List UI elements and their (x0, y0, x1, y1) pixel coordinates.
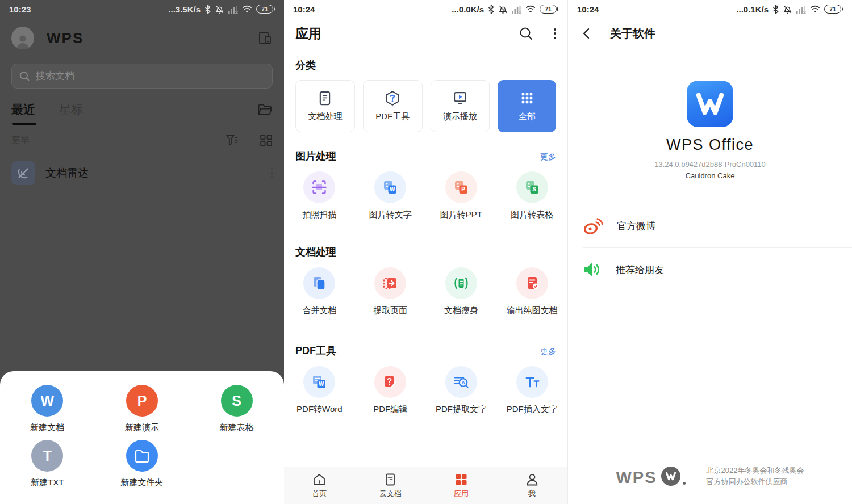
status-bar: 10:24 ...0.1K/s 71 (568, 0, 852, 18)
more-link[interactable]: 更多 (540, 347, 556, 357)
pdf-edit-icon (382, 373, 399, 390)
wps-footer-brand: WPS (616, 467, 686, 486)
monitor-play-icon (452, 90, 468, 106)
bluetooth-icon (488, 5, 494, 14)
category-section-label: 分类 (295, 58, 556, 72)
status-time: 10:23 (9, 5, 31, 14)
header-divider (284, 49, 567, 49)
new-folder-button[interactable]: 新建文件夹 (120, 440, 163, 488)
feature-pure-image-doc[interactable]: 输出纯图文档 (496, 267, 567, 316)
search-bar[interactable] (11, 64, 273, 89)
pdf-insert-text-icon (524, 373, 541, 390)
tab-starred[interactable]: 星标 (59, 102, 83, 117)
mute-bell-icon (215, 5, 224, 14)
nav-apps[interactable]: 应用 (426, 467, 497, 504)
more-link[interactable]: 更多 (540, 152, 556, 162)
image-to-excel-icon: S (524, 179, 541, 196)
feature-pdf-edit[interactable]: PDF编辑 (355, 366, 426, 415)
image-to-ppt-icon: P (453, 179, 470, 196)
nav-me[interactable]: 我 (496, 467, 567, 504)
feature-image-to-ppt[interactable]: P 图片转PPT (426, 171, 497, 220)
new-presentation-button[interactable]: P 新建演示 (125, 385, 159, 433)
wps-three-screens: 10:23 ...3.5K/s 71 WPS 最近 星标 (0, 0, 852, 504)
section-divider (295, 331, 556, 331)
scan-icon (311, 179, 328, 196)
status-bar: 10:24 ...0.0K/s 71 (284, 0, 567, 18)
merge-doc-icon (311, 275, 328, 292)
grid-view-icon[interactable] (260, 134, 273, 147)
section-header-image: 图片处理 更多 (295, 149, 556, 163)
folder-icon[interactable] (257, 103, 273, 116)
mute-bell-icon (783, 5, 792, 14)
bluetooth-icon (772, 5, 779, 14)
wps-app-logo (687, 81, 733, 127)
wps-footer-dot (683, 482, 686, 485)
tabs-row: 最近 星标 (0, 95, 284, 124)
battery-icon: 71 (540, 5, 557, 14)
official-weibo-row[interactable]: 官方微博 (568, 204, 852, 247)
feature-pdf-insert-text[interactable]: PDF插入文字 (496, 366, 567, 415)
person-icon (525, 472, 540, 487)
about-menu: 官方微博 推荐给朋友 (568, 204, 852, 291)
doc-radar-row[interactable]: 文档雷达 (0, 158, 284, 188)
new-txt-button[interactable]: T 新建TXT (31, 440, 64, 488)
back-icon[interactable] (580, 27, 593, 40)
panel-home-dimmed: 10:23 ...3.5K/s 71 WPS 最近 星标 (0, 0, 284, 504)
svg-text:W: W (319, 381, 324, 387)
radar-icon (16, 166, 30, 180)
document-icon (317, 90, 333, 106)
status-net-speed: ...0.1K/s (736, 5, 769, 14)
wps-w-icon (695, 91, 725, 116)
home-icon (312, 472, 327, 487)
feature-merge-doc[interactable]: 合并文档 (284, 267, 355, 316)
status-bar: 10:23 ...3.5K/s 71 (0, 0, 284, 18)
feature-pdf-extract-text[interactable]: A PDF提取文字 (426, 366, 497, 415)
svg-text:S: S (532, 186, 536, 192)
search-icon (19, 71, 30, 82)
doc-tools-row: 合并文档 提取页面 文档瘦身 输出纯图文档 (284, 267, 567, 316)
app-version: 13.24.0.b9427d2b88-ProCn00110 (568, 160, 852, 169)
tab-recent[interactable]: 最近 (11, 102, 35, 117)
new-doc-button[interactable]: W 新建文档 (30, 385, 64, 433)
device-transfer-icon[interactable] (258, 31, 273, 45)
doc-radar-label: 文档雷达 (45, 166, 89, 180)
feature-image-to-sheet[interactable]: S 图片转表格 (496, 171, 567, 220)
feature-scan[interactable]: 拍照扫描 (284, 171, 355, 220)
footer-divider (696, 463, 696, 489)
status-net-speed: ...3.5K/s (168, 5, 201, 14)
cloud-doc-icon (383, 472, 398, 487)
apps-header: 应用 (284, 18, 567, 49)
search-input[interactable] (36, 70, 232, 82)
category-all[interactable]: 全部 (498, 80, 556, 132)
recommend-row[interactable]: 推荐给朋友 (568, 248, 852, 291)
image-to-word-icon: W (382, 179, 399, 196)
new-folder-icon (126, 440, 158, 472)
wps-logo-text: WPS (47, 30, 83, 47)
overflow-menu-icon[interactable] (554, 28, 556, 39)
panel-about: 10:24 ...0.1K/s 71 关于软件 WPS Office 13.24… (568, 0, 852, 504)
category-doc-processing[interactable]: 文档处理 (295, 80, 355, 132)
feature-doc-slim[interactable]: 文档瘦身 (426, 267, 497, 316)
feature-pdf-to-word[interactable]: W PDF转Word (284, 366, 355, 415)
new-spreadsheet-icon: S (221, 385, 253, 417)
wifi-icon (810, 5, 820, 13)
search-icon[interactable] (519, 27, 533, 41)
category-pdf-tools[interactable]: PDF工具 (363, 80, 423, 132)
speaker-icon (583, 261, 602, 279)
item-menu-icon[interactable] (271, 169, 273, 178)
nav-cloud-docs[interactable]: 云文档 (355, 467, 426, 504)
avatar[interactable] (11, 27, 34, 49)
home-header: WPS (0, 22, 284, 54)
new-document-sheet: W 新建文档 P 新建演示 S 新建表格 T 新建TXT 新建文件夹 (0, 371, 284, 504)
filter-icon[interactable] (225, 134, 239, 146)
codename-link[interactable]: Cauldron Cake (686, 171, 735, 180)
category-presentation-play[interactable]: 演示播放 (431, 80, 490, 132)
feature-extract-page[interactable]: 提取页面 (355, 267, 426, 316)
earlier-row: 更早 (0, 128, 284, 152)
new-spreadsheet-button[interactable]: S 新建表格 (220, 385, 254, 433)
feature-image-to-text[interactable]: W 图片转文字 (355, 171, 426, 220)
battery-percent: 71 (829, 6, 836, 12)
battery-percent: 71 (261, 6, 268, 12)
pure-image-doc-icon (524, 275, 541, 292)
nav-home[interactable]: 首页 (284, 467, 355, 504)
